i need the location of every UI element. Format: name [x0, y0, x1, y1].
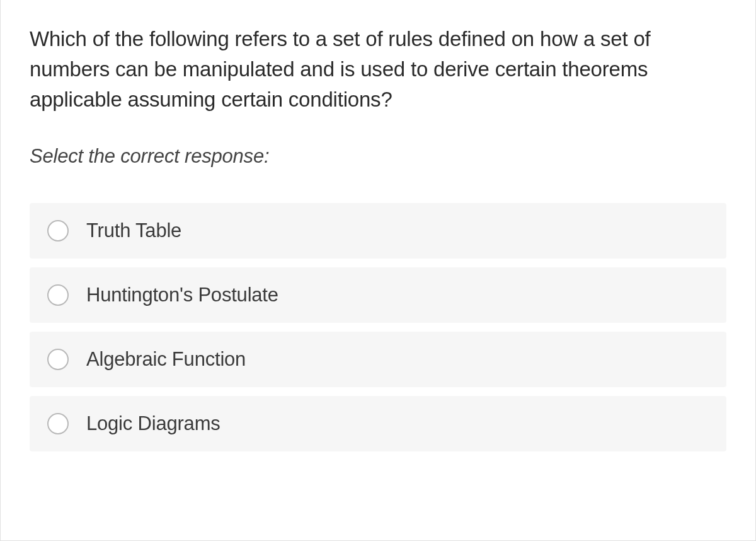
option-label: Huntington's Postulate — [86, 284, 278, 306]
option-huntingtons-postulate[interactable]: Huntington's Postulate — [30, 267, 726, 323]
radio-icon — [47, 349, 69, 370]
option-truth-table[interactable]: Truth Table — [30, 203, 726, 259]
radio-icon — [47, 284, 69, 306]
option-label: Truth Table — [86, 219, 181, 242]
question-container: Which of the following refers to a set o… — [0, 0, 756, 541]
radio-icon — [47, 413, 69, 434]
radio-icon — [47, 220, 69, 241]
options-list: Truth Table Huntington's Postulate Algeb… — [30, 203, 726, 451]
option-label: Algebraic Function — [86, 348, 246, 371]
question-text: Which of the following refers to a set o… — [30, 24, 726, 115]
option-logic-diagrams[interactable]: Logic Diagrams — [30, 396, 726, 451]
option-algebraic-function[interactable]: Algebraic Function — [30, 332, 726, 387]
option-label: Logic Diagrams — [86, 412, 220, 435]
instruction-text: Select the correct response: — [30, 145, 726, 168]
